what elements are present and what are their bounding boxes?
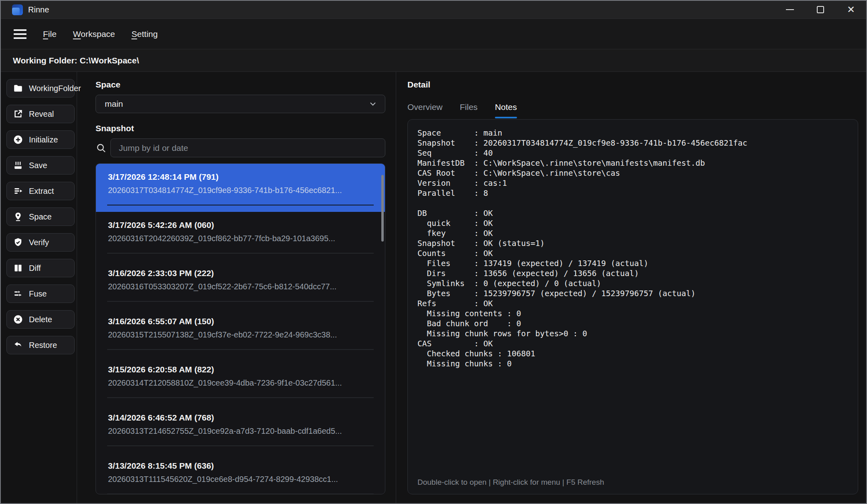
app-icon: [12, 4, 23, 15]
notes-text: Space : main Snapshot : 20260317T0348147…: [417, 128, 848, 478]
snapshot-id: 20260313T214652755Z_019ce92a-a7d3-7120-b…: [108, 427, 373, 436]
snapshot-id: 20260314T212058810Z_019cee39-4dba-7236-9…: [108, 378, 373, 388]
snapshot-list-item[interactable]: 3/17/2026 12:48:14 PM (791) 20260317T034…: [96, 164, 385, 212]
chevron-down-icon: [368, 99, 378, 109]
close-icon: ✕: [847, 5, 855, 14]
item-divider: [107, 445, 374, 446]
item-divider: [107, 253, 374, 254]
search-icon: [96, 142, 107, 154]
merge-icon: [13, 289, 23, 299]
snapshot-title: 3/16/2026 6:55:07 AM (150): [108, 317, 373, 326]
snapshot-search-row: [96, 138, 385, 157]
notes-content-box: Space : main Snapshot : 20260317T0348147…: [407, 119, 858, 494]
tab-overview[interactable]: Overview: [407, 102, 443, 118]
minimize-button[interactable]: [775, 1, 805, 18]
diff-label: Diff: [29, 264, 41, 273]
title-bar: Rinne ✕: [1, 1, 866, 18]
menu-file[interactable]: File: [43, 29, 57, 39]
fuse-label: Fuse: [29, 289, 47, 299]
snapshot-id: 20260313T111545620Z_019ce6e8-d954-7274-8…: [108, 475, 373, 484]
snapshot-title: 3/15/2026 6:20:58 AM (822): [108, 365, 373, 374]
notes-hint-text: Double-click to open | Right-click for m…: [417, 478, 848, 487]
x-circle-icon: [13, 314, 23, 325]
open-external-icon: [13, 109, 23, 119]
map-pin-icon: [13, 211, 23, 222]
snapshot-title: 3/14/2026 6:46:52 AM (768): [108, 413, 373, 423]
snapshot-section-label: Snapshot: [96, 124, 385, 133]
maximize-button[interactable]: [805, 1, 836, 18]
diff-button[interactable]: Diff: [6, 259, 75, 277]
snapshot-id: 20260316T053303207Z_019cf522-2b67-75c6-b…: [108, 282, 373, 291]
workingfolder-button[interactable]: WorkingFolder: [6, 79, 75, 98]
space-select[interactable]: main: [96, 95, 385, 113]
menu-setting[interactable]: Setting: [132, 29, 158, 39]
restore-label: Restore: [29, 341, 57, 350]
detail-tabs: Overview Files Notes: [407, 102, 858, 118]
columns-icon: [13, 263, 23, 273]
workingfolder-label: WorkingFolder: [29, 84, 81, 93]
menu-workspace[interactable]: Workspace: [73, 29, 115, 39]
tab-files[interactable]: Files: [460, 102, 478, 118]
minimize-icon: [786, 9, 794, 10]
verify-label: Verify: [29, 238, 49, 247]
item-divider: [107, 349, 374, 350]
restore-button[interactable]: Restore: [6, 336, 75, 354]
fuse-button[interactable]: Fuse: [6, 285, 75, 303]
item-divider: [107, 301, 374, 302]
app-title: Rinne: [28, 5, 49, 14]
snapshot-title: 3/17/2026 12:48:14 PM (791): [108, 172, 373, 182]
snapshot-id: 20260315T215507138Z_019cf37e-eb02-7722-9…: [108, 330, 373, 339]
delete-label: Delete: [29, 315, 52, 324]
reveal-button[interactable]: Reveal: [6, 105, 75, 123]
snapshot-list-item[interactable]: 3/14/2026 6:46:52 AM (768) 20260313T2146…: [96, 404, 385, 453]
snapshot-title: 3/17/2026 5:42:26 AM (060): [108, 220, 373, 230]
working-folder-bar: Working Folder: C:\WorkSpace\: [1, 49, 866, 72]
tab-notes[interactable]: Notes: [495, 102, 517, 118]
snapshot-list-item[interactable]: 3/17/2026 5:42:26 AM (060) 20260316T2042…: [96, 212, 385, 260]
menu-bar: File Workspace Setting: [1, 18, 866, 49]
undo-icon: [13, 340, 23, 350]
space-button[interactable]: Space: [6, 207, 75, 226]
app-window: Rinne ✕ File Workspace Setting Working F…: [0, 0, 867, 504]
shield-check-icon: [13, 237, 23, 248]
snapshot-id: 20260317T034814774Z_019cf9e8-9336-741b-b…: [108, 186, 373, 195]
extract-button[interactable]: Extract: [6, 182, 75, 200]
snapshot-list-item[interactable]: 3/15/2026 6:20:58 AM (822) 20260314T2120…: [96, 356, 385, 404]
maximize-icon: [817, 6, 824, 13]
detail-title: Detail: [407, 80, 858, 89]
window-controls: ✕: [775, 1, 866, 18]
reveal-label: Reveal: [29, 110, 54, 119]
snapshot-id: 20260316T204226039Z_019cf862-bb77-7fcb-b…: [108, 234, 373, 243]
space-label: Space: [29, 212, 52, 222]
hamburger-menu-icon[interactable]: [14, 29, 26, 39]
close-button[interactable]: ✕: [836, 1, 866, 18]
plus-circle-icon: [13, 134, 23, 145]
initialize-button[interactable]: Initialize: [6, 130, 75, 149]
snapshot-search-input[interactable]: [110, 138, 385, 157]
snapshot-list-item[interactable]: 3/13/2026 8:15:45 PM (636) 20260313T1115…: [96, 453, 385, 494]
main-area: WorkingFolder Reveal Initialize Save Ext…: [1, 72, 866, 503]
list-scrollbar-thumb[interactable]: [381, 175, 384, 242]
item-divider: [107, 494, 374, 494]
save-label: Save: [29, 161, 47, 170]
delete-button[interactable]: Delete: [6, 310, 75, 329]
initialize-label: Initialize: [29, 135, 58, 144]
space-section-label: Space: [96, 80, 385, 89]
save-tray-icon: [13, 160, 23, 171]
folder-icon: [13, 83, 23, 93]
sidebar: WorkingFolder Reveal Initialize Save Ext…: [1, 72, 77, 503]
snapshot-list: 3/17/2026 12:48:14 PM (791) 20260317T034…: [96, 163, 385, 494]
extract-label: Extract: [29, 187, 54, 196]
snapshot-list-item[interactable]: 3/16/2026 2:33:03 PM (222) 20260316T0533…: [96, 260, 385, 308]
verify-button[interactable]: Verify: [6, 233, 75, 252]
item-divider: [107, 397, 374, 398]
snapshot-list-item[interactable]: 3/16/2026 6:55:07 AM (150) 20260315T2155…: [96, 308, 385, 356]
extract-icon: [13, 186, 23, 196]
detail-panel: Detail Overview Files Notes Space : main…: [396, 72, 866, 503]
snapshot-title: 3/13/2026 8:15:45 PM (636): [108, 461, 373, 471]
working-folder-text: Working Folder: C:\WorkSpace\: [13, 56, 139, 65]
snapshot-title: 3/16/2026 2:33:03 PM (222): [108, 268, 373, 278]
item-divider: [107, 205, 374, 205]
save-button[interactable]: Save: [6, 156, 75, 175]
snapshot-panel: Space main Snapshot 3/17/2026 12:48:14 P…: [77, 72, 396, 503]
